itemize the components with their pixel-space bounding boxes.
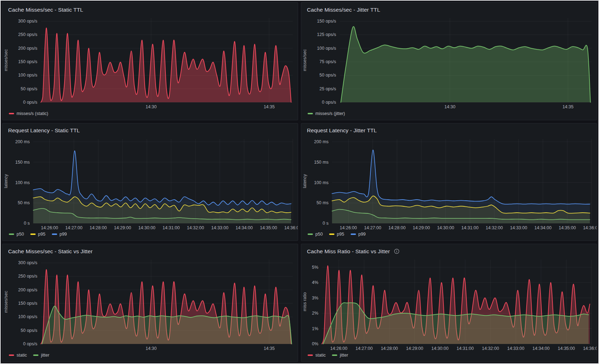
panel-header[interactable]: Cache Misses/sec - Static vs Jitter xyxy=(2,244,298,256)
y-tick-label: 1% xyxy=(312,326,318,331)
y-tick-label: 0 ops/s xyxy=(23,100,37,105)
x-tick-label: 14:29:00 xyxy=(114,225,131,230)
legend-item[interactable]: p99 xyxy=(351,232,366,237)
y-tick-label: 100 ms xyxy=(15,180,30,185)
legend-item-label: p99 xyxy=(60,232,67,237)
x-tick-label: 14:28:00 xyxy=(388,225,406,230)
y-tick-label: 200 ms xyxy=(314,139,328,144)
legend: p50p95p99 xyxy=(301,231,597,241)
legend-swatch xyxy=(351,233,356,235)
x-tick-label: 14:28:00 xyxy=(90,225,107,230)
y-axis-title: misses/sec xyxy=(4,291,8,313)
legend-item[interactable]: p99 xyxy=(52,232,67,237)
panel-cache-misses-static: Cache Misses/sec - Static TTL 0 ops/s50 … xyxy=(2,2,298,120)
panel-title: Cache Misses/sec - Static TTL xyxy=(8,7,83,13)
series-area-p99 xyxy=(332,150,590,223)
x-tick-label: 14:27:00 xyxy=(364,225,381,230)
panel-header[interactable]: Cache Miss Ratio - Static vs Jitter xyxy=(301,244,597,256)
grafana-dashboard: Cache Misses/sec - Static TTL 0 ops/s50 … xyxy=(1,1,598,363)
legend-item[interactable]: p50 xyxy=(308,232,323,237)
panel-title: Request Latency - Jitter TTL xyxy=(307,127,377,134)
y-tick-label: 100 ops/s xyxy=(317,46,336,51)
chart-latency-static[interactable]: 0 s50 ms100 ms150 ms200 ms14:26:0014:27:… xyxy=(2,135,298,231)
legend-swatch xyxy=(308,354,313,356)
legend-swatch xyxy=(9,113,14,114)
x-tick-label: 14:36:00 xyxy=(284,225,298,230)
legend-swatch xyxy=(52,233,57,235)
legend-item[interactable]: misses/s (jitter) xyxy=(308,111,345,116)
x-tick-label: 14:28:00 xyxy=(381,346,398,351)
legend-item[interactable]: jitter xyxy=(33,353,49,358)
legend-item-label: static xyxy=(17,353,27,358)
panel-cache-misses-jitter: Cache Misses/sec - Jitter TTL 0 ops/s25 … xyxy=(301,2,597,120)
x-tick-label: 14:36:00 xyxy=(583,346,597,351)
chart-latency-jitter[interactable]: 0 s50 ms100 ms150 ms200 ms14:26:0014:27:… xyxy=(301,135,597,231)
panel-latency-jitter: Request Latency - Jitter TTL 0 s50 ms100… xyxy=(301,123,597,241)
legend-item-label: p95 xyxy=(38,232,46,237)
y-tick-label: 25 ops/s xyxy=(320,86,336,91)
chart-miss-ratio-compare[interactable]: 0%1%2%3%4%5%14:26:0014:27:0014:28:0014:2… xyxy=(301,256,597,352)
x-tick-label: 14:32:00 xyxy=(187,225,204,230)
x-tick-label: 14:35 xyxy=(562,104,573,109)
panel-title: Cache Miss Ratio - Static vs Jitter xyxy=(307,248,390,255)
x-tick-label: 14:29:00 xyxy=(406,346,423,351)
y-tick-label: 4% xyxy=(312,280,318,285)
panel-title: Cache Misses/sec - Static vs Jitter xyxy=(8,248,93,255)
x-tick-label: 14:33:00 xyxy=(211,225,229,230)
panel-header[interactable]: Cache Misses/sec - Static TTL xyxy=(2,2,298,14)
legend-item[interactable]: p95 xyxy=(30,232,46,237)
legend: misses/s (jitter) xyxy=(301,110,597,120)
chart-cache-misses-static[interactable]: 0 ops/s50 ops/s100 ops/s150 ops/s200 ops… xyxy=(2,14,298,110)
x-tick-label: 14:26:00 xyxy=(41,225,58,230)
y-tick-label: 300 ops/s xyxy=(18,19,37,24)
y-tick-label: 0 ops/s xyxy=(322,100,336,105)
y-tick-label: 150 ms xyxy=(314,159,328,164)
x-tick-label: 14:36:00 xyxy=(583,225,597,230)
y-tick-label: 100 ms xyxy=(314,180,328,185)
x-tick-label: 14:35:00 xyxy=(559,225,576,230)
y-tick-label: 3% xyxy=(312,296,318,301)
x-tick-label: 14:34:00 xyxy=(534,225,552,230)
legend-item-label: jitter xyxy=(41,353,49,358)
legend-swatch xyxy=(9,233,14,235)
info-icon[interactable] xyxy=(394,249,399,254)
panel-misses-compare: Cache Misses/sec - Static vs Jitter 0 op… xyxy=(2,244,298,362)
y-tick-label: 100 ops/s xyxy=(18,315,37,320)
x-tick-label: 14:29:00 xyxy=(413,225,430,230)
y-tick-label: 50 ops/s xyxy=(21,86,37,91)
legend-item[interactable]: jitter xyxy=(332,353,348,358)
legend: misses/s (static) xyxy=(2,110,298,120)
legend-item[interactable]: misses/s (static) xyxy=(9,111,48,116)
legend-item[interactable]: static xyxy=(9,353,27,358)
x-tick-label: 14:27:00 xyxy=(65,225,83,230)
y-tick-label: 250 ops/s xyxy=(18,274,37,279)
y-tick-label: 50 ops/s xyxy=(21,328,37,333)
panel-header[interactable]: Request Latency - Jitter TTL xyxy=(301,123,597,135)
chart-misses-compare[interactable]: 0 ops/s50 ops/s100 ops/s150 ops/s200 ops… xyxy=(2,256,298,352)
chart-cache-misses-jitter[interactable]: 0 ops/s25 ops/s50 ops/s75 ops/s100 ops/s… xyxy=(301,14,597,110)
legend-item-label: misses/s (static) xyxy=(17,111,48,116)
y-tick-label: 200 ms xyxy=(15,139,30,144)
x-tick-label: 14:26:00 xyxy=(340,225,357,230)
panel-header[interactable]: Cache Misses/sec - Jitter TTL xyxy=(301,2,597,14)
panel-header[interactable]: Request Latency - Static TTL xyxy=(2,123,298,135)
y-tick-label: 50 ops/s xyxy=(320,73,336,78)
y-axis-title: misses/sec xyxy=(302,49,307,71)
panel-latency-static: Request Latency - Static TTL 0 s50 ms100… xyxy=(2,123,298,241)
y-tick-label: 0% xyxy=(312,341,318,346)
legend-item[interactable]: p95 xyxy=(329,232,344,237)
x-tick-label: 14:31:00 xyxy=(163,225,180,230)
y-tick-label: 0 ops/s xyxy=(23,341,37,346)
y-axis-title: latency xyxy=(302,174,307,188)
legend-item[interactable]: p50 xyxy=(9,232,24,237)
x-tick-label: 14:33:00 xyxy=(510,225,527,230)
x-tick-label: 14:30 xyxy=(146,104,157,109)
x-tick-label: 14:32:00 xyxy=(482,346,499,351)
x-tick-label: 14:30 xyxy=(146,346,157,351)
y-tick-label: 200 ops/s xyxy=(18,287,37,292)
y-tick-label: 75 ops/s xyxy=(320,59,336,64)
y-tick-label: 300 ops/s xyxy=(18,261,37,266)
y-tick-label: 150 ops/s xyxy=(317,19,336,24)
legend-item[interactable]: static xyxy=(308,353,326,358)
legend-swatch xyxy=(329,233,334,235)
